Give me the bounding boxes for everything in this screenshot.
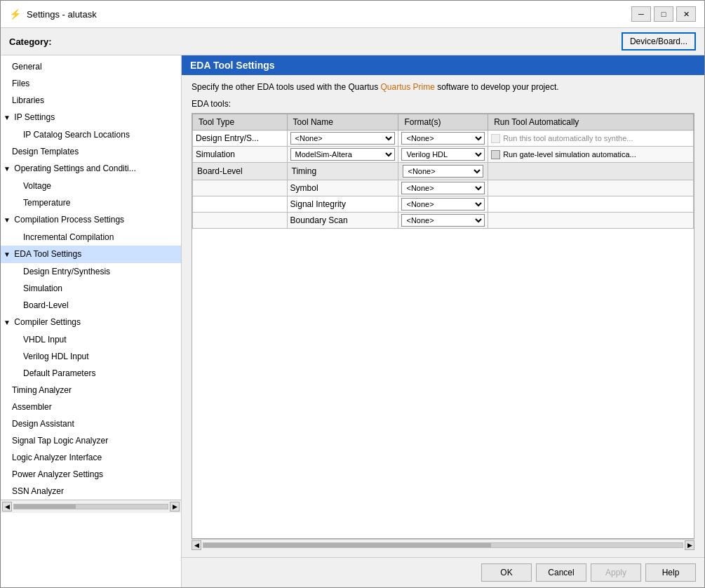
sidebar-item-files[interactable]: Files (1, 75, 181, 92)
sidebar-item-design-templates[interactable]: Design Templates (1, 143, 181, 160)
sidebar-item-temperature[interactable]: Temperature (1, 194, 181, 211)
table-row-board-level-header: Board-Level Timing <None> (193, 163, 694, 180)
cell-board-symbol-type (193, 180, 288, 196)
expand-icon-operating: ▼ (4, 162, 12, 176)
apply-button[interactable]: Apply (591, 563, 641, 582)
cell-board-si-formats[interactable]: <None> (398, 196, 488, 213)
bottom-bar: OK Cancel Apply Help (182, 557, 704, 587)
sidebar-item-compiler-settings[interactable]: ▼ Compiler Settings (1, 314, 181, 331)
sidebar-item-compilation-process[interactable]: ▼ Compilation Process Settings (1, 211, 181, 229)
cell-simulation-name[interactable]: <None> ModelSim-Altera ModelSim (287, 147, 398, 163)
maximize-button[interactable]: □ (654, 6, 673, 22)
sidebar-item-board-level[interactable]: Board-Level (1, 297, 181, 314)
cell-board-level-type: Board-Level (193, 163, 288, 180)
table-hscroll-track[interactable] (203, 542, 683, 548)
design-entry-name-select[interactable]: <None> (290, 132, 396, 145)
window-title: Settings - alutask (27, 9, 97, 20)
description-text: Specify the other EDA tools used with th… (192, 82, 694, 92)
simulation-run-auto-text: Run gate-level simulation automatica... (503, 150, 636, 159)
sidebar-item-verilog-hdl-input[interactable]: Verilog HDL Input (1, 348, 181, 365)
cell-board-symbol-formats[interactable]: <None> (398, 180, 488, 196)
content-area: EDA Tool Settings Specify the other EDA … (182, 55, 704, 587)
sidebar-item-incremental-compilation[interactable]: Incremental Compilation (1, 229, 181, 246)
cell-board-symbol-name: Symbol (287, 180, 398, 196)
cell-board-si-type (193, 196, 288, 213)
simulation-checkbox-container: Run gate-level simulation automatica... (491, 150, 690, 159)
cell-board-symbol-run-auto (488, 180, 694, 196)
settings-window: ⚡ Settings - alutask ─ □ ✕ Category: Dev… (0, 0, 705, 588)
table-row-board-level-symbol: Symbol <None> (193, 180, 694, 196)
sidebar-item-design-assistant[interactable]: Design Assistant (1, 415, 181, 432)
app-icon: ⚡ (9, 8, 21, 20)
board-level-timing-formats-select[interactable]: <None> (403, 165, 483, 178)
cell-board-level-timing-run-auto (488, 163, 694, 180)
sidebar-item-assembler[interactable]: Assembler (1, 399, 181, 415)
cell-board-level-timing-formats[interactable]: <None> (398, 163, 488, 180)
design-entry-run-auto-text: Run this tool automatically to synthe... (503, 134, 633, 142)
device-board-button[interactable]: Device/Board... (622, 32, 696, 51)
cell-design-entry-type: Design Entry/S... (193, 131, 288, 147)
ok-button[interactable]: OK (481, 563, 532, 582)
sidebar-item-signal-tap-logic-analyzer[interactable]: Signal Tap Logic Analyzer (1, 432, 181, 449)
minimize-button[interactable]: ─ (631, 6, 651, 22)
board-level-si-formats-select[interactable]: <None> (401, 198, 485, 211)
sidebar-item-simulation[interactable]: Simulation (1, 280, 181, 297)
sidebar-item-libraries[interactable]: Libraries (1, 92, 181, 109)
cell-board-bs-type (193, 213, 288, 229)
title-bar-left: ⚡ Settings - alutask (9, 8, 97, 20)
simulation-name-select[interactable]: <None> ModelSim-Altera ModelSim (290, 148, 396, 161)
table-hscroll-left[interactable]: ◀ (192, 540, 201, 550)
cell-design-entry-formats[interactable]: <None> (398, 131, 488, 147)
col-header-run-auto: Run Tool Automatically (488, 114, 694, 131)
sidebar-scroll-right[interactable]: ▶ (170, 502, 180, 512)
sidebar-item-voltage[interactable]: Voltage (1, 178, 181, 194)
col-header-tool-name: Tool Name (287, 114, 398, 131)
eda-tools-table-container[interactable]: Tool Type Tool Name Format(s) Run Tool A… (192, 113, 694, 539)
sidebar-scroll-track[interactable] (13, 504, 168, 509)
sidebar-item-ssn-analyzer[interactable]: SSN Analyzer (1, 483, 181, 500)
sidebar-item-ip-catalog-search[interactable]: IP Catalog Search Locations (1, 126, 181, 143)
table-row-simulation: Simulation <None> ModelSim-Altera ModelS… (193, 147, 694, 163)
sidebar-item-default-parameters[interactable]: Default Parameters (1, 365, 181, 382)
sidebar-item-operating-settings[interactable]: ▼ Operating Settings and Conditi... (1, 160, 181, 178)
table-row-board-level-signal-integrity: Signal Integrity <None> (193, 196, 694, 213)
content-body: Specify the other EDA tools used with th… (182, 75, 704, 557)
sidebar-scroll-thumb (14, 505, 76, 509)
sidebar-item-logic-analyzer-interface[interactable]: Logic Analyzer Interface (1, 449, 181, 466)
sidebar-item-power-analyzer-settings[interactable]: Power Analyzer Settings (1, 466, 181, 483)
expand-icon-compilation: ▼ (4, 213, 12, 227)
design-entry-checkbox (491, 134, 500, 143)
cancel-button[interactable]: Cancel (536, 563, 586, 582)
eda-tools-label: EDA tools: (192, 99, 694, 109)
simulation-checkbox[interactable] (491, 150, 500, 159)
cell-board-bs-formats[interactable]: <None> (398, 213, 488, 229)
table-hscroll-right[interactable]: ▶ (685, 540, 694, 550)
cell-board-bs-run-auto (488, 213, 694, 229)
col-header-formats: Format(s) (398, 114, 488, 131)
cell-design-entry-name[interactable]: <None> (287, 131, 398, 147)
design-entry-formats-select[interactable]: <None> (401, 132, 485, 145)
sidebar-item-design-entry-synthesis[interactable]: Design Entry/Synthesis (1, 263, 181, 280)
sidebar-item-timing-analyzer[interactable]: Timing Analyzer (1, 382, 181, 399)
sidebar-item-vhdl-input[interactable]: VHDL Input (1, 331, 181, 348)
eda-tools-table: Tool Type Tool Name Format(s) Run Tool A… (192, 114, 694, 229)
sidebar-item-eda-tool-settings[interactable]: ▼ EDA Tool Settings (1, 246, 181, 263)
quartus-prime-text: Quartus Prime (380, 82, 434, 92)
title-bar: ⚡ Settings - alutask ─ □ ✕ (1, 1, 704, 28)
sidebar-scroll-left[interactable]: ◀ (2, 502, 12, 512)
board-level-bs-formats-select[interactable]: <None> (401, 214, 485, 227)
cell-board-bs-name: Boundary Scan (287, 213, 398, 229)
close-button[interactable]: ✕ (676, 6, 696, 22)
sidebar-item-ip-settings[interactable]: ▼ IP Settings (1, 109, 181, 126)
board-level-symbol-formats-select[interactable]: <None> (401, 182, 485, 194)
sidebar-item-general[interactable]: General (1, 58, 181, 75)
design-entry-checkbox-container: Run this tool automatically to synthe... (491, 134, 690, 143)
cell-simulation-formats[interactable]: <None> Verilog HDL VHDL (398, 147, 488, 163)
expand-icon-compiler: ▼ (4, 316, 12, 330)
simulation-formats-select[interactable]: <None> Verilog HDL VHDL (401, 148, 485, 161)
section-header: EDA Tool Settings (182, 55, 704, 75)
help-button[interactable]: Help (645, 563, 696, 582)
col-header-tool-type: Tool Type (193, 114, 288, 131)
cell-board-si-name: Signal Integrity (287, 196, 398, 213)
cell-simulation-run-auto: Run gate-level simulation automatica... (488, 147, 694, 163)
